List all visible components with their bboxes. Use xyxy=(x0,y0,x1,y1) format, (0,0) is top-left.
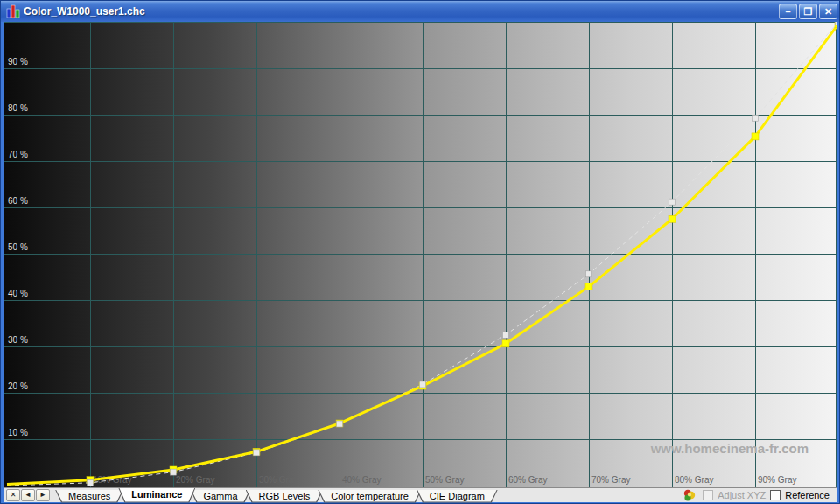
tab-label: Gamma xyxy=(190,490,250,503)
tab-luminance[interactable]: Luminance xyxy=(118,488,195,503)
tab-label: Luminance xyxy=(118,488,195,503)
svg-text:40 %: 40 % xyxy=(8,289,28,298)
svg-text:80% Gray: 80% Gray xyxy=(675,475,713,485)
color-profile-icon xyxy=(682,489,696,502)
app-icon xyxy=(6,4,20,18)
svg-text:20% Gray: 20% Gray xyxy=(176,475,214,485)
svg-text:70% Gray: 70% Gray xyxy=(592,475,630,485)
adjust-xyz-label: Adjust XYZ xyxy=(718,490,766,500)
svg-text:30 %: 30 % xyxy=(8,335,28,345)
svg-text:90 %: 90 % xyxy=(8,57,28,66)
maximize-button[interactable]: ❐ xyxy=(799,4,817,19)
tab-strip: MeasuresLuminanceGammaRGB LevelsColor te… xyxy=(55,488,493,503)
svg-text:10 %: 10 % xyxy=(8,428,28,438)
tab-label: Measures xyxy=(55,490,123,503)
svg-text:30% Gray: 30% Gray xyxy=(259,475,298,485)
bottom-bar: ✕◄► MeasuresLuminanceGammaRGB LevelsColo… xyxy=(4,487,836,502)
svg-text:40% Gray: 40% Gray xyxy=(342,475,381,485)
tab-measures[interactable]: Measures xyxy=(55,490,123,503)
tab-rgb-levels[interactable]: RGB Levels xyxy=(246,490,324,503)
status-area: Adjust XYZ Reference xyxy=(682,489,836,502)
svg-text:www.homecinema-fr.com: www.homecinema-fr.com xyxy=(650,441,808,456)
tab-label: RGB Levels xyxy=(246,490,324,503)
reference-checkbox[interactable] xyxy=(770,490,780,500)
app-window: Color_W1000_user1.chc – ❐ ✕ www.homecine… xyxy=(0,0,840,504)
close-button[interactable]: ✕ xyxy=(819,4,837,19)
tab-color-temperature[interactable]: Color temperature xyxy=(318,490,422,503)
svg-text:60 %: 60 % xyxy=(8,196,28,206)
luminance-chart: www.homecinema-fr.com10 %20 %30 %40 %50 … xyxy=(4,22,836,487)
svg-text:50% Gray: 50% Gray xyxy=(425,475,464,485)
title-bar: Color_W1000_user1.chc – ❐ ✕ xyxy=(1,1,840,22)
svg-text:90% Gray: 90% Gray xyxy=(758,475,796,485)
tab-label: CIE Diagram xyxy=(416,490,498,503)
reference-label: Reference xyxy=(785,490,830,500)
nav-close-tab-button[interactable]: ✕ xyxy=(6,489,20,501)
svg-text:70 %: 70 % xyxy=(8,150,28,159)
window-title: Color_W1000_user1.chc xyxy=(24,5,145,18)
tab-label: Color temperature xyxy=(318,490,422,503)
nav-scroll-left-button[interactable]: ◄ xyxy=(21,489,35,501)
svg-text:20 %: 20 % xyxy=(8,382,28,391)
nav-scroll-right-button[interactable]: ► xyxy=(36,489,50,501)
minimize-button[interactable]: – xyxy=(779,4,797,19)
svg-text:50 %: 50 % xyxy=(8,242,28,252)
tab-cie-diagram[interactable]: CIE Diagram xyxy=(416,490,498,503)
tab-nav-buttons: ✕◄► xyxy=(6,489,51,501)
svg-text:60% Gray: 60% Gray xyxy=(508,475,547,485)
tab-gamma[interactable]: Gamma xyxy=(190,490,250,503)
adjust-xyz-checkbox xyxy=(703,490,713,500)
svg-text:80 %: 80 % xyxy=(8,103,28,113)
